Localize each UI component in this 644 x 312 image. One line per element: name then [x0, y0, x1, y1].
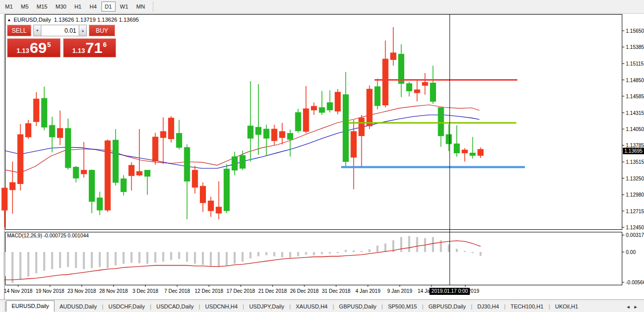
price-axis-label: 1.12715	[626, 208, 644, 214]
sell-button[interactable]: SELL	[7, 25, 31, 36]
candlestick	[248, 126, 253, 138]
candlestick	[367, 89, 372, 126]
candlestick	[113, 140, 119, 182]
one-click-trade-widget: SELL ▼ ▲ BUY 1.13 69 5 1.13 71 6	[7, 25, 116, 57]
symbol-tab-usdjpy[interactable]: USDJPY,Daily	[244, 301, 290, 312]
symbol-tab-sp500[interactable]: SP500,M15	[383, 301, 422, 312]
candlestick	[319, 107, 325, 112]
buy-button[interactable]: BUY	[89, 25, 115, 36]
toolbar-separator	[153, 2, 154, 12]
timeframe-button-h1[interactable]: H1	[71, 2, 85, 12]
candlestick	[26, 123, 31, 137]
date-axis-label: 28 Nov 2018	[99, 288, 128, 294]
chart-header: ▲ EURUSD,Daily 1.13626 1.13719 1.13626 1…	[7, 17, 139, 23]
candlestick	[10, 182, 15, 190]
symbol-tab-gbpusd[interactable]: GBPUSD,Daily	[334, 301, 382, 312]
collapse-icon[interactable]: ▲	[7, 18, 11, 22]
symbol-tab-audusd[interactable]: AUDUSD,Daily	[55, 301, 102, 312]
symbol-tab-ukoil[interactable]: UKOil,H1	[550, 301, 583, 312]
date-axis-label: 21 Dec 2018	[258, 288, 287, 294]
candlestick	[391, 53, 396, 59]
timeframe-button-m30[interactable]: M30	[52, 2, 70, 12]
price-axis-label: 1.15115	[626, 61, 643, 67]
date-axis-label: 26 Dec 2018	[290, 288, 319, 294]
candlestick	[272, 129, 277, 141]
candlestick	[97, 198, 102, 210]
macd-axis-label: 0.00	[626, 249, 635, 255]
timeframe-toolbar: M1M5M15M30H1H4D1W1MN	[0, 0, 644, 14]
date-axis-label: 14 Nov 2018	[4, 288, 33, 294]
candlestick	[311, 106, 317, 110]
candlestick	[169, 118, 174, 139]
candlestick	[224, 169, 230, 211]
symbol-tab-usdcad[interactable]: USDCAD,Daily	[151, 301, 199, 312]
volume-input[interactable]	[41, 25, 79, 36]
price-axis-label: 1.14315	[626, 110, 644, 115]
candlestick	[256, 127, 261, 135]
symbol-tab-usdchf[interactable]: USDCHF,Daily	[103, 301, 150, 312]
candlestick	[240, 155, 245, 168]
volume-decrease-button[interactable]: ▼	[33, 25, 41, 36]
tab-scroll-right-icon[interactable]: ►	[633, 304, 641, 309]
timeframe-button-m15[interactable]: M15	[33, 2, 51, 12]
symbol-tab-dj30[interactable]: DJ30,H4	[472, 301, 504, 312]
candlestick	[422, 82, 428, 85]
timeframe-button-d1[interactable]: D1	[101, 2, 116, 12]
chart-window: ▲ EURUSD,Daily 1.13626 1.13719 1.13626 1…	[0, 14, 644, 299]
timeframe-button-mn[interactable]: MN	[133, 2, 148, 12]
date-axis-label: 7 Dec 2018	[164, 288, 190, 294]
timeframe-button-h4[interactable]: H4	[86, 2, 100, 12]
candlestick	[41, 98, 47, 127]
sell-price-big: 69	[30, 40, 46, 55]
symbol-tab-tech100[interactable]: TECH100,H1	[506, 301, 549, 312]
candlestick	[33, 99, 39, 121]
candlestick	[280, 132, 285, 138]
candlestick	[414, 90, 420, 93]
symbol-tabs: EURUSD,DailyAUDUSD,Daily|USDCHF,Daily|US…	[6, 300, 583, 312]
date-axis-label: 23 Nov 2018	[68, 288, 96, 294]
date-axis-label: 19 Nov 2018	[36, 288, 65, 294]
macd-axis-label: 0.003177	[626, 232, 644, 238]
symbol-tab-xauusd[interactable]: XAUUSD,H4	[291, 301, 333, 312]
candlestick	[192, 170, 198, 188]
buy-price-big: 71	[86, 40, 102, 55]
buy-price-panel[interactable]: 1.13 71 6	[63, 38, 117, 57]
candlestick	[359, 118, 364, 136]
timeframe-button-w1[interactable]: W1	[117, 2, 132, 12]
chevron-down-icon: ▼	[36, 29, 39, 32]
symbol-tab-usdcnh[interactable]: USDCNH,H4	[200, 301, 243, 312]
candlestick	[295, 112, 301, 131]
tabbar-grip[interactable]	[1, 301, 6, 311]
timeframe-button-m5[interactable]: M5	[17, 2, 32, 12]
candlestick	[105, 141, 111, 210]
symbol-tab-gbpusd[interactable]: GBPUSD,Daily	[423, 301, 471, 312]
price-axis-label: 1.15650	[626, 28, 644, 34]
timeframe-button-m1[interactable]: M1	[2, 2, 16, 12]
candlestick	[438, 107, 444, 136]
tab-scroll-left-icon[interactable]: ◄	[626, 304, 633, 309]
candlestick	[208, 201, 213, 211]
price-axis-label: 1.12450	[626, 225, 644, 230]
sell-price-panel[interactable]: 1.13 69 5	[7, 38, 61, 57]
date-axis-label: 17 Dec 2018	[227, 288, 255, 294]
date-axis-label: 31 Dec 2018	[322, 288, 351, 294]
candlestick	[454, 144, 460, 153]
candlestick	[430, 83, 436, 102]
candlestick	[406, 84, 412, 91]
candlestick	[216, 207, 222, 213]
candlestick	[152, 137, 158, 161]
price-axis-label: 1.12980	[626, 192, 644, 198]
vline-date-tooltip: 2019.01.17 0:00	[430, 288, 470, 295]
price-axis-label: 1.14850	[626, 77, 644, 83]
candlestick	[81, 170, 87, 174]
candlestick	[160, 132, 166, 138]
candlestick	[137, 171, 142, 175]
timeframe-buttons: M1M5M15M30H1H4D1W1MN	[1, 2, 149, 12]
candlestick	[49, 126, 55, 137]
price-axis-label: 1.14585	[626, 93, 644, 99]
symbol-tab-eurusd[interactable]: EURUSD,Daily	[6, 300, 55, 312]
volume-increase-button[interactable]: ▲	[79, 25, 87, 36]
candlestick	[263, 129, 269, 138]
date-axis-label: 4 Jan 2019	[355, 288, 381, 294]
candlestick	[446, 135, 452, 144]
